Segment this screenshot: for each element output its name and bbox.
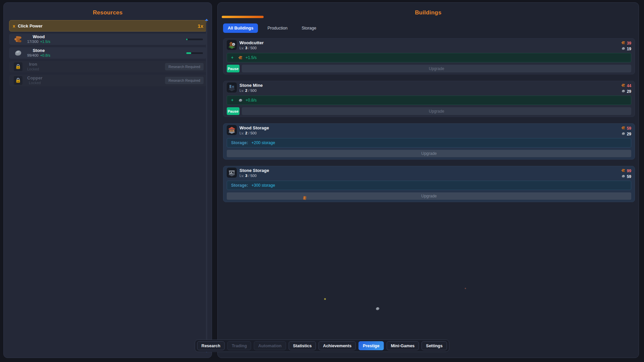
resource-list: Wood17/300+1.5/s Stone99/400+0.8/s IronL… (9, 34, 207, 86)
cost-value: 99 (627, 169, 631, 173)
wood-icon (238, 55, 243, 60)
resource-rate: +1.5/s (40, 40, 50, 44)
building-level: Lv. 3 / 500 (239, 173, 269, 178)
cost-line: 19 (621, 46, 631, 52)
resource-row-iron: IronLockedResearch Required (9, 61, 207, 72)
pause-button[interactable]: Pause (227, 65, 239, 72)
research-required-button[interactable]: Research Required (165, 63, 204, 70)
buildings-tabs: All BuildingsProductionStorage (223, 23, 633, 33)
woodcutter-icon (227, 40, 237, 50)
bottom-nav: ResearchTradingAutomationStatisticsAchie… (195, 340, 449, 352)
building-header: Stone StorageLv. 3 / 500 (227, 168, 631, 178)
tab-production[interactable]: Production (263, 23, 292, 33)
wood-icon (621, 126, 626, 131)
click-power-multiplier: 1x (198, 23, 203, 29)
upgrade-button[interactable]: Upgrade (227, 192, 631, 200)
cost-value: 59 (627, 126, 631, 131)
click-power-icon: x (13, 23, 15, 28)
building-buttons: PauseUpgrade (227, 65, 631, 72)
resource-progress-fill (186, 39, 187, 40)
building-costs: 59 29 (621, 126, 631, 137)
buildings-panel: Buildings All BuildingsProductionStorage… (217, 2, 639, 358)
cost-line: 29 (621, 89, 631, 94)
cost-line: 99 (621, 168, 631, 174)
wood-storage-icon (227, 125, 237, 135)
building-name: Stone Storage (239, 168, 269, 173)
stone-icon (621, 131, 626, 137)
resource-progress-fill (186, 52, 191, 54)
building-level: Lv. 3 / 500 (239, 46, 264, 51)
nav-research-button[interactable]: Research (197, 341, 225, 350)
production-rate: +0.8/s (246, 98, 257, 103)
building-costs: 39 19 (621, 41, 631, 52)
lock-icon (14, 62, 22, 71)
resource-row-wood[interactable]: Wood17/300+1.5/s (9, 34, 207, 45)
cost-value: 59 (627, 174, 631, 179)
cost-line: 39 (621, 41, 631, 46)
tab-all-buildings[interactable]: All Buildings (223, 23, 258, 33)
nav-automation-button: Automation (254, 341, 286, 350)
resource-rate: +0.8/s (40, 53, 50, 57)
xp-progress-bar (222, 16, 264, 18)
building-name: Woodcutter (239, 40, 264, 46)
resource-row-stone[interactable]: Stone99/400+0.8/s (9, 47, 207, 59)
pause-button[interactable]: Pause (227, 107, 239, 115)
nav-settings-button[interactable]: Settings (422, 341, 447, 350)
building-card-woodcutter: WoodcutterLv. 3 / 500 39 19+ +1.5/sPause… (223, 38, 635, 74)
scrollbar-track[interactable] (206, 22, 207, 349)
research-required-button[interactable]: Research Required (165, 77, 204, 84)
cost-line: 44 (621, 83, 631, 88)
building-header: Stone MineLv. 2 / 500 (227, 82, 631, 93)
tab-storage[interactable]: Storage (297, 23, 321, 33)
resource-name: Iron (29, 62, 37, 67)
resource-locked-status: Locked (29, 81, 41, 85)
resources-title: Resources (9, 9, 206, 16)
lock-icon (14, 76, 22, 85)
building-costs: 99 59 (621, 168, 631, 179)
nav-statistics-button[interactable]: Statistics (289, 341, 316, 350)
cost-value: 29 (627, 132, 631, 136)
cost-value: 44 (627, 83, 631, 88)
upgrade-button[interactable]: Upgrade (227, 150, 631, 157)
resource-info: CopperLocked (27, 76, 43, 85)
upgrade-button[interactable]: Upgrade (242, 107, 631, 115)
click-power-row[interactable]: x Click Power 1x (9, 20, 207, 32)
resource-row-copper: CopperLockedResearch Required (9, 75, 207, 86)
storage-bonus-strip: Storage:+300 storage (227, 181, 631, 190)
resource-info: Wood17/300+1.5/s (27, 35, 50, 44)
production-rate-strip: + +1.5/s (227, 53, 631, 62)
nav-achievements-button[interactable]: Achievements (319, 341, 356, 350)
wood-icon (621, 41, 626, 46)
storage-label: Storage: (231, 183, 248, 188)
building-name: Stone Mine (239, 83, 263, 88)
building-costs: 44 29 (621, 83, 631, 94)
nav-mini-games-button[interactable]: Mini-Games (386, 341, 419, 350)
production-rate: +1.5/s (246, 55, 257, 60)
building-buttons: Upgrade (227, 192, 631, 200)
building-card-stone-mine: Stone MineLv. 2 / 500 44 29+ +0.8/sPause… (223, 81, 635, 117)
resource-progress-bar (186, 39, 203, 40)
building-level: Lv. 2 / 500 (239, 88, 263, 93)
resource-name: Copper (27, 76, 43, 81)
building-card-wood-storage: Wood StorageLv. 2 / 500 59 29Storage:+20… (223, 123, 635, 160)
cost-value: 39 (627, 41, 631, 46)
building-list: WoodcutterLv. 3 / 500 39 19+ +1.5/sPause… (223, 38, 633, 202)
building-title-block: WoodcutterLv. 3 / 500 (239, 40, 264, 51)
stone-icon (621, 46, 626, 52)
resource-amount: 17/300+1.5/s (27, 40, 50, 44)
wood-icon (14, 35, 22, 44)
storage-value: +300 storage (252, 183, 275, 188)
nav-prestige-button[interactable]: Prestige (359, 341, 384, 350)
resources-panel: Resources x Click Power 1x Wood17/300+1.… (3, 2, 212, 358)
plus-icon: + (231, 55, 233, 60)
building-title-block: Stone StorageLv. 3 / 500 (239, 168, 269, 178)
stone-icon (621, 174, 626, 179)
building-level: Lv. 2 / 500 (239, 131, 269, 136)
building-header: Wood StorageLv. 2 / 500 (227, 125, 631, 136)
stone-mine-icon (227, 82, 237, 93)
upgrade-button[interactable]: Upgrade (242, 65, 631, 72)
production-rate-strip: + +0.8/s (227, 96, 631, 105)
scrollbar-up-icon[interactable] (205, 19, 208, 21)
stone-icon (238, 98, 243, 103)
resource-info: Stone99/400+0.8/s (27, 48, 50, 58)
